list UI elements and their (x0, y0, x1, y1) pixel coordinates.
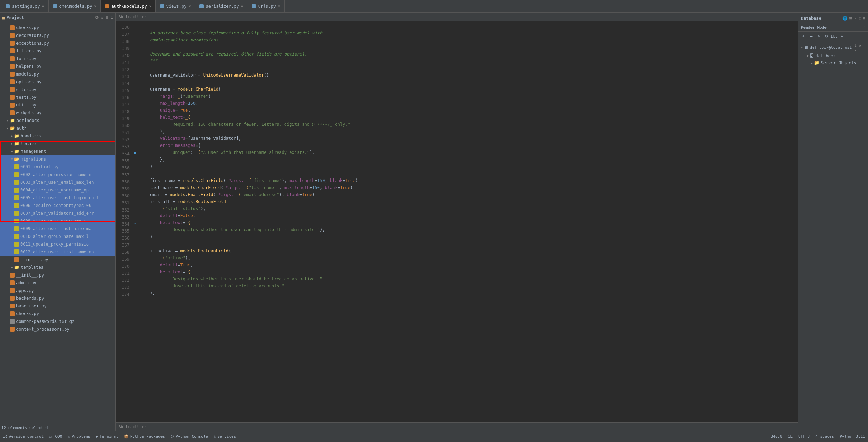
list-item[interactable]: __init__.py (0, 271, 115, 279)
list-item[interactable]: 0009_alter_user_last_name_ma (0, 225, 115, 233)
ddl-label[interactable]: DDL (831, 33, 837, 39)
list-item[interactable]: 0002_alter_permission_name_m (0, 171, 115, 178)
close-icon[interactable]: × (241, 4, 243, 8)
close-icon[interactable]: × (278, 4, 280, 8)
folder-icon: 📁 (10, 118, 15, 123)
db-tree[interactable]: ▼ 🖥 def_book@localhost 1 of 6 ▼ 🗄 def_bo… (798, 41, 868, 431)
code-container[interactable]: 336337338339 340341342343 344345346347 3… (116, 21, 798, 422)
status-python-packages[interactable]: 📦 Python Packages (124, 434, 165, 439)
sort-icon[interactable]: ↕ (101, 15, 104, 20)
list-item[interactable]: sites.py (0, 86, 115, 93)
globe-icon[interactable]: 🌐 (842, 16, 848, 21)
status-encoding[interactable]: UTF-8 (798, 434, 810, 439)
list-item[interactable]: 0001_initial.py (0, 163, 115, 171)
filter-icon[interactable]: ⊞ (863, 16, 865, 21)
minus-icon[interactable]: − (808, 33, 814, 39)
db-server-item[interactable]: ▼ 🖥 def_book@localhost 1 of 6 (798, 43, 868, 52)
sidebar-item-management[interactable]: ▶ 📁 management (0, 148, 115, 155)
list-item[interactable]: models.py (0, 70, 115, 78)
settings-icon[interactable]: ⋮ (861, 4, 865, 8)
status-services[interactable]: ⚙ Services (214, 434, 236, 439)
code-editor[interactable]: An abstract base class implementing a fu… (137, 21, 798, 422)
status-todo[interactable]: ☑ TODO (49, 434, 62, 439)
tab-auth-models[interactable]: auth\models.py × (101, 0, 155, 12)
code-line-345: username = models.CharField( (140, 86, 795, 93)
file-icon (10, 87, 15, 92)
tab-urls[interactable]: urls.py × (247, 0, 285, 12)
list-item[interactable]: context_processors.py (0, 325, 115, 333)
list-item[interactable]: base_user.py (0, 302, 115, 310)
list-item[interactable]: helpers.py (0, 63, 115, 70)
list-item[interactable]: 0006_require_contenttypes_00 (0, 202, 115, 209)
edit-icon[interactable]: ✎ (816, 33, 822, 39)
list-item[interactable]: checks.py (0, 24, 115, 32)
list-item[interactable]: checks.py (0, 310, 115, 318)
list-item[interactable]: forms.py (0, 55, 115, 63)
close-icon[interactable]: × (149, 4, 151, 8)
status-version-control[interactable]: ⎇ Version Control (3, 434, 44, 439)
list-item[interactable]: apps.py (0, 287, 115, 294)
list-item[interactable]: 0004_alter_user_username_opt (0, 186, 115, 194)
add-icon[interactable]: + (800, 33, 807, 39)
code-line-355: }, (140, 156, 795, 163)
code-line-341: """ (140, 58, 795, 65)
db-server-objects-item[interactable]: ▶ 📁 Server Objects (798, 59, 868, 66)
migration-file-icon (14, 180, 19, 185)
code-line-364: help_text=_( (140, 219, 795, 226)
tab-one-models[interactable]: one\models.py × (49, 0, 101, 12)
python-file-icon (160, 4, 164, 8)
list-item[interactable]: widgets.py (0, 109, 115, 117)
code-line-365: "Designates whether the user can log int… (140, 226, 795, 233)
status-lang[interactable]: Python 3.11 (840, 434, 865, 439)
status-problems[interactable]: ⚠ Problems (68, 434, 90, 439)
list-item[interactable]: __init__.py (0, 256, 115, 264)
tab-serializer[interactable]: serializer.py × (195, 0, 247, 12)
list-item[interactable]: options.py (0, 78, 115, 86)
list-item[interactable]: 0008_alter_user_username_ma (0, 217, 115, 225)
check-icon[interactable]: ✓ (863, 25, 865, 30)
funnel-icon[interactable]: ▽ (839, 33, 845, 39)
status-python-console[interactable]: ⬡ Python Console (171, 434, 208, 439)
refresh-icon[interactable]: ⟳ (823, 33, 830, 39)
close-icon[interactable]: × (94, 4, 96, 8)
sidebar-item-migrations[interactable]: ▼ 📂 migrations (0, 155, 115, 163)
list-item[interactable]: 0011_update_proxy_permissio (0, 240, 115, 248)
list-item[interactable]: exceptions.py (0, 39, 115, 47)
gear-icon[interactable]: ⚙ (859, 16, 861, 21)
list-item[interactable]: backends.py (0, 294, 115, 302)
status-indent[interactable]: 4 spaces (815, 434, 834, 439)
list-item[interactable]: decorators.py (0, 32, 115, 39)
sidebar-item-locale[interactable]: ▶ 📁 locale (0, 140, 115, 148)
tab-bar: settings.py × one\models.py × auth\model… (0, 0, 868, 13)
page-info: 1 of 6 (855, 44, 865, 51)
sync-icon[interactable]: ⟳ (95, 15, 99, 20)
close-icon[interactable]: × (188, 4, 191, 8)
code-line-346: *args: _("username"), (140, 93, 795, 100)
status-terminal[interactable]: ▶ Terminal (96, 434, 118, 439)
more-icon[interactable]: ⋮ (853, 16, 857, 21)
list-item[interactable]: 0005_alter_user_last_login_null (0, 194, 115, 202)
list-item[interactable]: 0003_alter_user_email_max_len (0, 178, 115, 186)
tab-settings[interactable]: settings.py × (1, 0, 49, 12)
db-database-item[interactable]: ▼ 🗄 def_book (798, 52, 868, 59)
close-icon[interactable]: × (42, 4, 44, 8)
sidebar-item-auth[interactable]: ▼ 📂 auth (0, 124, 115, 132)
sidebar-tree[interactable]: checks.py decorators.py exceptions.py fi… (0, 22, 115, 431)
folder-icon: 📁 (14, 265, 19, 270)
list-item[interactable]: admin.py (0, 279, 115, 287)
sidebar-item-templates[interactable]: ▶ 📁 templates (0, 264, 115, 271)
sidebar-item-handlers[interactable]: ▶ 📁 handlers (0, 132, 115, 140)
code-line-362: _("staff status"), (140, 205, 795, 212)
gear-icon[interactable]: ⚙ (111, 15, 113, 20)
list-item[interactable]: 0007_alter_validators_add_err (0, 209, 115, 217)
settings-icon[interactable]: ⊟ (849, 16, 852, 21)
list-item[interactable]: 0010_alter_group_name_max_l (0, 233, 115, 240)
list-item[interactable]: utils.py (0, 101, 115, 109)
list-item[interactable]: tests.py (0, 93, 115, 101)
sidebar-item-admindocs[interactable]: ▶ 📁 admindocs (0, 117, 115, 124)
filter-icon[interactable]: ⊟ (106, 15, 108, 20)
tab-views[interactable]: views.py × (156, 0, 196, 12)
list-item[interactable]: filters.py (0, 47, 115, 55)
list-item[interactable]: 0012_alter_user_first_name_ma (0, 248, 115, 256)
list-item[interactable]: common-passwords.txt.gz (0, 318, 115, 325)
